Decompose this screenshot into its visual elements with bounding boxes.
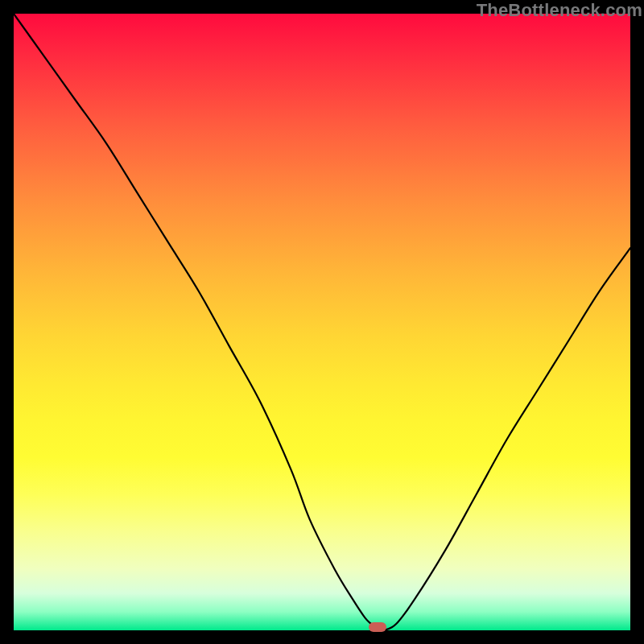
watermark-text: TheBottleneck.com [477,0,642,21]
bottleneck-curve [14,14,630,630]
optimal-marker [369,622,386,632]
chart-frame: TheBottleneck.com [0,0,644,644]
